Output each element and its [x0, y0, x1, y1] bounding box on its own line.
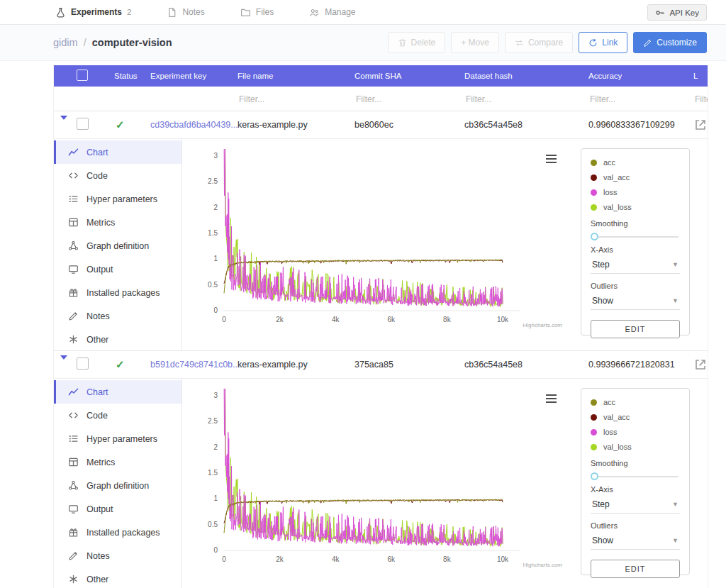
outliers-select[interactable]: Show ▼ [591, 533, 680, 550]
filter-input-file-name[interactable] [238, 94, 348, 105]
smoothing-slider-knob[interactable] [591, 233, 598, 240]
sidebar-item-label: Graph definition [86, 481, 149, 491]
svg-text:6k: 6k [388, 316, 396, 323]
column-header-accuracy[interactable]: Accuracy [588, 72, 693, 80]
sidebar-item-other[interactable]: Other [54, 567, 182, 588]
tab-experiments[interactable]: Experiments 2 [55, 7, 131, 18]
accuracy-cell: 0.9939666721820831 [588, 360, 693, 370]
sidebar-item-label: Notes [86, 311, 110, 321]
experiment-key-link[interactable]: cd39cbafd6ba40439... [150, 120, 238, 130]
column-header-experiment-key[interactable]: Experiment key [150, 72, 238, 80]
sidebar-item-installed-packages[interactable]: Installed packages [54, 521, 182, 544]
sidebar-item-hyper-parameters[interactable]: Hyper parameters [54, 427, 182, 450]
packages-icon [68, 527, 79, 538]
xaxis-select[interactable]: Step ▼ [591, 497, 680, 514]
move-button[interactable]: + Move [451, 32, 499, 53]
filter-input-accuracy[interactable] [588, 94, 688, 105]
params-icon [68, 194, 79, 204]
xaxis-label: X-Axis [591, 485, 680, 494]
pencil-icon [643, 38, 652, 48]
filter-input-commit-sha[interactable] [354, 94, 459, 105]
legend-item-loss[interactable]: loss [591, 188, 680, 196]
outliers-label: Outliers [591, 282, 680, 290]
legend-color-dot [591, 174, 597, 181]
row-checkbox[interactable] [77, 357, 89, 370]
move-label: + Move [461, 38, 489, 48]
sidebar-item-output[interactable]: Output [54, 497, 182, 521]
tab-notes[interactable]: Notes [167, 7, 204, 18]
svg-text:1.5: 1.5 [208, 229, 218, 237]
legend-color-dot [591, 204, 597, 211]
customize-button[interactable]: Customize [633, 32, 707, 53]
sidebar-item-metrics[interactable]: Metrics [54, 211, 182, 234]
metrics-chart: 00.511.522.5302k4k6k8k10k [184, 389, 576, 567]
external-link-icon[interactable] [693, 118, 708, 132]
column-header-status[interactable]: Status [108, 72, 150, 80]
svg-text:4k: 4k [332, 316, 340, 323]
edit-button[interactable]: EDIT [591, 560, 680, 578]
column-header-truncated[interactable]: L [693, 72, 708, 80]
table-row: ✓ b591dc749c8741c0b... keras-example.py … [54, 351, 708, 379]
smoothing-slider[interactable] [592, 236, 678, 238]
column-header-commit-sha[interactable]: Commit SHA [354, 72, 464, 80]
collapse-arrow-icon[interactable] [60, 355, 67, 370]
link-button[interactable]: Link [579, 32, 627, 53]
filter-input-dataset-hash[interactable] [464, 94, 581, 105]
chart-legend: accval_acclossval_loss [591, 398, 680, 451]
sidebar-item-label: Installed packages [86, 528, 160, 538]
row-checkbox[interactable] [77, 118, 89, 130]
sidebar-item-notes[interactable]: Notes [54, 544, 182, 567]
sidebar-item-code[interactable]: Code [54, 164, 182, 187]
edit-button[interactable]: EDIT [591, 320, 680, 338]
external-link-icon[interactable] [693, 357, 708, 372]
sidebar-item-graph-definition[interactable]: Graph definition [54, 234, 182, 257]
legend-item-val_acc[interactable]: val_acc [591, 413, 680, 421]
tab-label: Notes [182, 7, 204, 17]
column-header-dataset-hash[interactable]: Dataset hash [464, 72, 588, 80]
sidebar-item-chart[interactable]: Chart [54, 380, 182, 404]
sidebar-item-code[interactable]: Code [54, 404, 182, 427]
column-header-file-name[interactable]: File name [238, 72, 354, 80]
delete-button[interactable]: Delete [388, 32, 446, 53]
sidebar-item-label: Hyper parameters [86, 434, 157, 444]
sidebar-item-other[interactable]: Other [54, 328, 182, 351]
legend-item-val_loss[interactable]: val_loss [591, 443, 680, 451]
experiment-block: ✓ b591dc749c8741c0b... keras-example.py … [54, 351, 708, 588]
breadcrumb-workspace-link[interactable]: gidim [53, 37, 78, 48]
select-all-checkbox[interactable] [77, 70, 88, 81]
tab-files[interactable]: Files [240, 7, 274, 18]
sidebar-item-metrics[interactable]: Metrics [54, 450, 182, 474]
sidebar-item-hyper-parameters[interactable]: Hyper parameters [54, 187, 182, 211]
status-success-icon: ✓ [108, 358, 125, 370]
xaxis-select[interactable]: Step ▼ [591, 257, 680, 274]
smoothing-slider[interactable] [592, 476, 678, 477]
experiment-block: ✓ cd39cbafd6ba40439... keras-example.py … [54, 111, 708, 351]
sidebar-item-label: Graph definition [86, 241, 149, 251]
sidebar-item-notes[interactable]: Notes [54, 304, 182, 328]
sidebar-item-chart[interactable]: Chart [54, 140, 182, 164]
legend-label: acc [603, 398, 615, 406]
sidebar-item-output[interactable]: Output [54, 257, 182, 281]
experiment-key-link[interactable]: b591dc749c8741c0b... [150, 360, 240, 370]
chart-menu-icon[interactable] [546, 155, 557, 163]
sidebar-item-installed-packages[interactable]: Installed packages [54, 281, 182, 304]
legend-item-val_acc[interactable]: val_acc [591, 173, 680, 182]
legend-item-acc[interactable]: acc [591, 398, 680, 406]
legend-item-loss[interactable]: loss [591, 428, 680, 436]
legend-item-val_loss[interactable]: val_loss [591, 203, 680, 211]
sidebar-item-graph-definition[interactable]: Graph definition [54, 474, 182, 497]
svg-text:3: 3 [213, 392, 218, 399]
legend-color-dot [591, 444, 597, 450]
legend-item-acc[interactable]: acc [591, 158, 680, 167]
xaxis-selected-value: Step [592, 260, 610, 270]
legend-color-dot [591, 160, 597, 166]
api-key-button[interactable]: API Key [647, 4, 707, 21]
smoothing-slider-knob[interactable] [591, 472, 598, 480]
outliers-select[interactable]: Show ▼ [591, 294, 680, 310]
sidebar-item-label: Code [86, 171, 108, 181]
tab-manage[interactable]: Manage [309, 7, 355, 18]
compare-button[interactable]: Compare [505, 32, 573, 53]
filter-input-truncated[interactable] [693, 94, 708, 105]
chart-menu-icon[interactable] [546, 394, 557, 403]
collapse-arrow-icon[interactable] [60, 116, 67, 130]
